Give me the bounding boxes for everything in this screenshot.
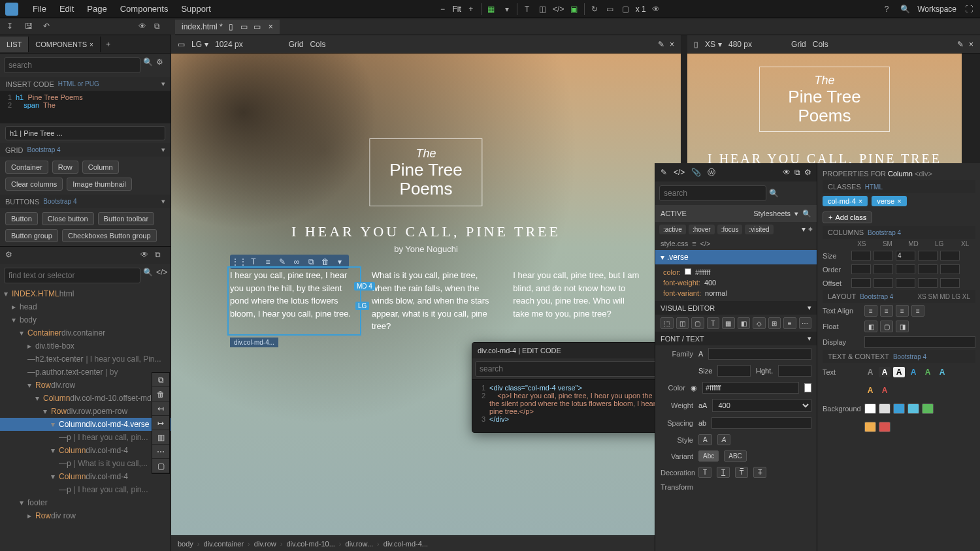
- text-tool-icon[interactable]: T: [521, 3, 533, 15]
- search-icon[interactable]: 🔍: [143, 57, 154, 68]
- code-search-input[interactable]: [475, 361, 664, 377]
- device-icon[interactable]: ▯: [694, 40, 698, 49]
- list-icon[interactable]: ≡: [783, 317, 796, 329]
- tree-item[interactable]: ▾Row div.row: [0, 379, 171, 392]
- trash-icon[interactable]: 🗑: [152, 387, 169, 401]
- tree-item[interactable]: —p| What is it you call,...: [0, 457, 171, 470]
- tree-item[interactable]: ▾footer: [0, 496, 171, 509]
- outline-icon[interactable]: ◫: [537, 3, 549, 15]
- copy-icon[interactable]: ⧉: [154, 22, 165, 32]
- font-text-header[interactable]: FONT / TEXT▾: [655, 332, 817, 345]
- crumb[interactable]: div.col-md-10...: [286, 540, 335, 548]
- paint-icon[interactable]: ✎: [661, 168, 667, 177]
- menu-edit[interactable]: Edit: [53, 1, 80, 16]
- order-md[interactable]: [896, 264, 915, 274]
- bg-info[interactable]: [907, 403, 919, 414]
- zoom-out-icon[interactable]: −: [436, 3, 448, 15]
- search-icon[interactable]: 🔍: [802, 210, 811, 218]
- menu-file[interactable]: File: [26, 1, 53, 16]
- workspace-label[interactable]: Workspace: [917, 5, 956, 14]
- chevron-down-icon[interactable]: ▾: [661, 253, 664, 262]
- color-swatch[interactable]: [804, 383, 811, 392]
- text-icon[interactable]: T: [248, 257, 259, 267]
- copy-icon[interactable]: ⧉: [152, 373, 169, 387]
- visibility-icon[interactable]: 👁: [650, 3, 662, 15]
- add-class-button[interactable]: + Add class: [823, 212, 872, 223]
- chevron-down-icon[interactable]: ▾: [161, 197, 165, 206]
- bg-primary[interactable]: [893, 403, 905, 414]
- preview-lg[interactable]: The Pine Tree Poems I HEAR YOU CALL, PIN…: [171, 54, 681, 537]
- grid-toggle[interactable]: Grid: [791, 40, 806, 49]
- align-right-icon[interactable]: ≡: [896, 305, 909, 317]
- device-icon[interactable]: ▭: [178, 40, 185, 49]
- close-icon[interactable]: ×: [897, 197, 901, 205]
- tree-item[interactable]: —p.author.text-center| by: [0, 366, 171, 379]
- crumb[interactable]: div.col-md-4...: [384, 540, 428, 548]
- class-chip[interactable]: verse×: [872, 196, 906, 206]
- browser-icon[interactable]: ▢: [620, 3, 632, 15]
- save-icon[interactable]: 🖫: [25, 22, 35, 32]
- crumb[interactable]: body: [178, 540, 193, 548]
- grid-thumb-button[interactable]: Image thumbnail: [67, 178, 131, 191]
- open-icon[interactable]: ↧: [7, 22, 17, 32]
- float-right-icon[interactable]: ◨: [896, 321, 909, 332]
- insert-code-editor[interactable]: 1h1 Pine Tree Poems 2 span The: [0, 91, 171, 123]
- move-out-icon[interactable]: ↦: [152, 416, 169, 430]
- verse-2[interactable]: What is it you call, pine tree, when the…: [372, 269, 500, 333]
- bg-white[interactable]: [864, 403, 876, 414]
- attach-icon[interactable]: 📎: [691, 168, 701, 177]
- verse-3[interactable]: I hear you call, pine tree, but I am bli…: [513, 269, 642, 333]
- device-tablet-icon[interactable]: ▭: [240, 22, 249, 31]
- size-md[interactable]: [896, 251, 915, 260]
- tree-item[interactable]: ▸Row div row: [0, 509, 171, 522]
- deco-overline[interactable]: T̅: [735, 467, 748, 478]
- align-center-icon[interactable]: ≡: [880, 305, 893, 317]
- box-icon[interactable]: ▢: [152, 459, 169, 473]
- text-white[interactable]: A: [879, 367, 890, 377]
- pseudo-visited[interactable]: :visited: [745, 225, 773, 234]
- target-icon[interactable]: ⌖: [808, 225, 813, 234]
- help-icon[interactable]: ?: [881, 3, 892, 15]
- columns-icon[interactable]: ▥: [152, 430, 169, 445]
- btn-button[interactable]: Button: [5, 212, 38, 225]
- eye-icon[interactable]: 👁: [139, 22, 149, 32]
- css-rule[interactable]: ▾.verse: [655, 250, 817, 264]
- buttons-section[interactable]: BUTTONS Bootstrap 4 ▾: [0, 195, 171, 208]
- menu-page[interactable]: Page: [80, 1, 113, 16]
- btn-checkbox-group[interactable]: Checkboxes Button group: [62, 229, 157, 242]
- code-icon[interactable]: </>: [700, 240, 711, 247]
- copy-icon[interactable]: ⧉: [155, 250, 165, 260]
- tree-item[interactable]: ▾Column div.col-md-4: [0, 444, 171, 457]
- close-icon[interactable]: ×: [90, 41, 93, 48]
- filter-icon[interactable]: ⚙: [156, 57, 167, 68]
- box-icon[interactable]: ▢: [691, 317, 704, 329]
- tree-item[interactable]: ▸div.title-box: [0, 339, 171, 353]
- text-danger[interactable]: A: [879, 385, 890, 396]
- float-left-icon[interactable]: ◧: [864, 321, 877, 332]
- tree-item[interactable]: ▾Row div.row.poem-row: [0, 405, 171, 418]
- offset-md[interactable]: [896, 278, 915, 288]
- btn-close[interactable]: Close button: [42, 212, 94, 225]
- display-input[interactable]: [864, 336, 975, 348]
- spacing-icon[interactable]: ab: [698, 419, 706, 427]
- tree-item-selected[interactable]: ▾Column div.col-md-4.verse: [0, 418, 171, 431]
- text-icon[interactable]: T: [707, 317, 720, 329]
- bg-light[interactable]: [879, 403, 890, 414]
- border-icon[interactable]: ◧: [738, 317, 751, 329]
- chevron-down-icon[interactable]: ▾: [808, 304, 811, 312]
- chevron-down-icon[interactable]: ▾: [161, 146, 165, 154]
- deco-strike[interactable]: T: [753, 467, 766, 478]
- close-icon[interactable]: ×: [858, 197, 862, 205]
- style-italic[interactable]: A: [717, 434, 731, 445]
- device-desktop-icon[interactable]: ▭: [253, 22, 262, 31]
- size-xs[interactable]: [851, 251, 871, 260]
- weight-select[interactable]: 400: [712, 399, 811, 412]
- transform-icon[interactable]: ◇: [753, 317, 766, 329]
- code-icon[interactable]: </>: [553, 3, 564, 15]
- grid-container-button[interactable]: Container: [5, 161, 48, 174]
- breakpoint-xs[interactable]: XS ▾: [705, 40, 722, 49]
- variant-normal[interactable]: Abc: [698, 450, 719, 462]
- size-input[interactable]: [717, 365, 751, 377]
- zoom-fit[interactable]: Fit: [452, 5, 461, 14]
- undo-icon[interactable]: ↶: [43, 22, 54, 32]
